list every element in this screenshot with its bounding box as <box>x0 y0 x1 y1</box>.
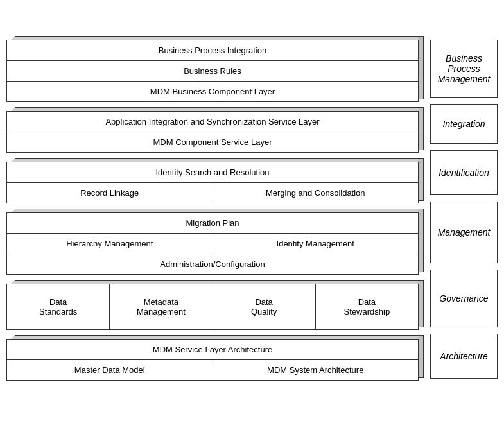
quad-cell-governance-0-1: MetadataManagement <box>110 284 213 329</box>
diagram-container: Business Process IntegrationBusiness Rul… <box>0 33 504 390</box>
quad-cell-governance-0-0: DataStandards <box>7 284 110 329</box>
row-single-identification-0: Identity Search and Resolution <box>7 162 418 183</box>
cell-management-1-0: Hierarchy Management <box>7 234 213 254</box>
layer-front-identification: Identity Search and ResolutionRecord Lin… <box>6 162 419 203</box>
cell-architecture-1-1: MDM System Architecture <box>213 360 419 380</box>
row-double-architecture-1: Master Data ModelMDM System Architecture <box>7 360 418 380</box>
quad-cell-governance-0-3: DataStewardship <box>316 284 418 329</box>
label-business-process: BusinessProcessManagement <box>430 40 498 98</box>
layers-column: Business Process IntegrationBusiness Rul… <box>6 40 424 383</box>
row-double-management-1: Hierarchy ManagementIdentity Management <box>7 234 418 254</box>
row-double-identification-1: Record LinkageMerging and Consolidation <box>7 183 418 203</box>
layer-architecture: MDM Service Layer ArchitectureMaster Dat… <box>6 339 419 381</box>
row-single-management-0: Migration Plan <box>7 213 418 234</box>
layer-governance: DataStandardsMetadataManagementDataQuali… <box>6 284 419 330</box>
cell-identification-1-1: Merging and Consolidation <box>213 183 419 203</box>
row-single-management-2: Administration/Configuration <box>7 254 418 274</box>
cell-architecture-1-0: Master Data Model <box>7 360 213 380</box>
label-identification: Identification <box>430 150 498 195</box>
cell-management-1-1: Identity Management <box>213 234 419 254</box>
labels-column: BusinessProcessManagementIntegrationIden… <box>430 40 498 379</box>
layer-front-management: Migration PlanHierarchy ManagementIdenti… <box>6 212 419 275</box>
row-single-architecture-0: MDM Service Layer Architecture <box>7 340 418 360</box>
quad-cell-governance-0-2: DataQuality <box>213 284 316 329</box>
layer-front-business-process: Business Process IntegrationBusiness Rul… <box>6 40 419 102</box>
layer-front-integration: Application Integration and Synchronizat… <box>6 111 419 153</box>
label-integration: Integration <box>430 104 498 144</box>
layer-integration: Application Integration and Synchronizat… <box>6 111 419 153</box>
row-single-business-process-1: Business Rules <box>7 61 418 82</box>
layer-business-process: Business Process IntegrationBusiness Rul… <box>6 40 419 102</box>
row-single-integration-1: MDM Component Service Layer <box>7 132 418 152</box>
layer-front-governance: DataStandardsMetadataManagementDataQuali… <box>6 284 419 330</box>
layer-management: Migration PlanHierarchy ManagementIdenti… <box>6 212 419 275</box>
label-management: Management <box>430 202 498 263</box>
cell-identification-1-0: Record Linkage <box>7 183 213 203</box>
label-governance: Governance <box>430 270 498 327</box>
row-single-business-process-0: Business Process Integration <box>7 40 418 61</box>
layer-identification: Identity Search and ResolutionRecord Lin… <box>6 162 419 203</box>
row-single-integration-0: Application Integration and Synchronizat… <box>7 112 418 132</box>
row-quad-governance-0: DataStandardsMetadataManagementDataQuali… <box>7 284 418 329</box>
row-single-business-process-2: MDM Business Component Layer <box>7 82 418 101</box>
layer-front-architecture: MDM Service Layer ArchitectureMaster Dat… <box>6 339 419 381</box>
label-architecture: Architecture <box>430 334 498 379</box>
